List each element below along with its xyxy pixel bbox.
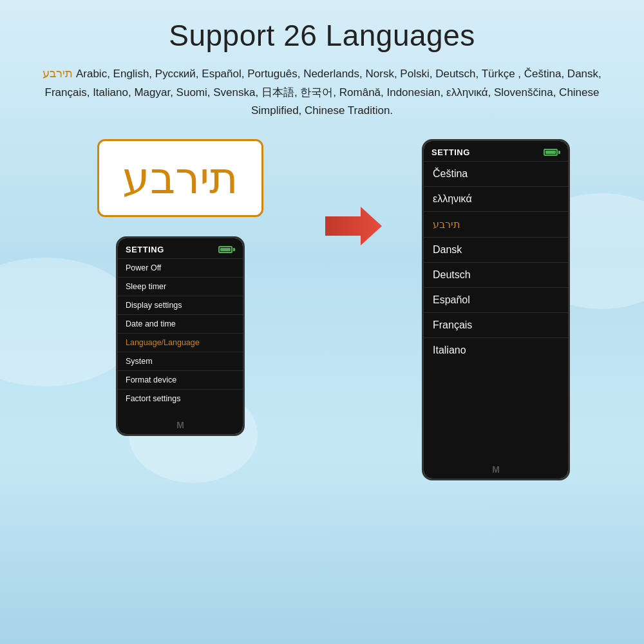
device-left-screen: SETTING Power OffSleep timerDisplay sett…	[118, 238, 243, 434]
device-left-bottom: M	[118, 416, 243, 434]
device-left-header: SETTING	[118, 238, 243, 259]
battery-fill-right	[545, 151, 556, 154]
device-right-bottom: M	[424, 460, 568, 478]
device-left-title: SETTING	[126, 245, 164, 254]
device-right-header: SETTING	[424, 141, 568, 162]
svg-marker-0	[325, 207, 382, 245]
hebrew-box-text: תירבע	[122, 153, 238, 204]
device-right-title: SETTING	[431, 147, 470, 157]
device-left-menu: Power OffSleep timerDisplay settingsDate…	[118, 259, 243, 408]
content-area: תירבע SETTING Power OffSleep timerDispla…	[0, 139, 644, 480]
right-lang-item-0[interactable]: Čeština	[424, 162, 568, 187]
battery-tip-left	[233, 248, 235, 251]
hebrew-box: תירבע	[97, 139, 263, 217]
right-section: SETTING ČeštinaελληνικάתירבעDanskDeutsch…	[393, 139, 599, 480]
languages-list-text: Arabic, English, Русский, Español, Portu…	[45, 68, 601, 117]
left-menu-item-6[interactable]: Format device	[118, 371, 243, 390]
battery-icon-left	[218, 246, 235, 253]
page-title: Support 26 Languages	[0, 0, 644, 53]
right-lang-item-1[interactable]: ελληνικά	[424, 187, 568, 212]
battery-body-right	[544, 149, 558, 156]
right-lang-item-4[interactable]: Deutsch	[424, 263, 568, 288]
languages-description: תירבע Arabic, English, Русский, Español,…	[0, 53, 644, 120]
left-menu-item-2[interactable]: Display settings	[118, 296, 243, 315]
left-menu-item-1[interactable]: Sleep timer	[118, 278, 243, 296]
device-left: SETTING Power OffSleep timerDisplay sett…	[116, 236, 245, 436]
battery-fill-left	[220, 248, 231, 251]
device-right-langs: ČeštinaελληνικάתירבעDanskDeutschEspañolF…	[424, 162, 568, 363]
right-arrow-icon	[325, 204, 383, 249]
left-menu-item-5[interactable]: System	[118, 352, 243, 371]
device-right: SETTING ČeštinaελληνικάתירבעDanskDeutsch…	[422, 139, 570, 480]
left-section: תירבע SETTING Power OffSleep timerDispla…	[45, 139, 316, 436]
arrow-container	[316, 204, 393, 249]
battery-icon-right	[544, 149, 560, 156]
left-menu-item-0[interactable]: Power Off	[118, 259, 243, 278]
device-right-screen: SETTING ČeštinaελληνικάתירבעDanskDeutsch…	[424, 141, 568, 478]
left-menu-item-3[interactable]: Date and time	[118, 315, 243, 334]
left-menu-item-4[interactable]: Language/Language	[118, 334, 243, 352]
battery-tip-right	[558, 151, 560, 154]
right-lang-item-3[interactable]: Dansk	[424, 238, 568, 263]
battery-body-left	[218, 246, 232, 253]
hebrew-inline-text: תירבע	[43, 67, 73, 80]
right-lang-item-6[interactable]: Français	[424, 313, 568, 338]
left-menu-item-7[interactable]: Factort settings	[118, 390, 243, 408]
right-lang-item-2[interactable]: תירבע	[424, 212, 568, 238]
right-lang-item-7[interactable]: Italiano	[424, 338, 568, 363]
right-lang-item-5[interactable]: Español	[424, 288, 568, 313]
